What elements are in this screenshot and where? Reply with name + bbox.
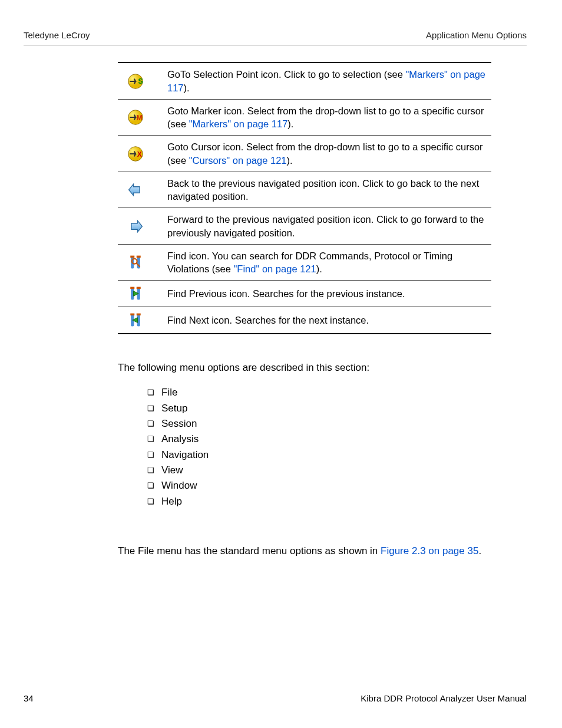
figure-link[interactable]: Figure 2.3 on page 35 — [381, 545, 478, 556]
goto-selection-icon: S — [118, 73, 153, 90]
menu-item: View — [147, 463, 527, 478]
table-row: Back to the previous navigated position … — [118, 172, 491, 209]
table-row: Find Next icon. Searches for the next in… — [118, 307, 491, 333]
svg-text:M: M — [137, 114, 143, 122]
desc-pre: Forward to the previous navigated positi… — [167, 214, 484, 238]
goto-cursor-icon: X — [118, 146, 153, 162]
icon-description: Forward to the previous navigated positi… — [167, 213, 491, 239]
menu-item: Setup — [147, 401, 527, 416]
header-right: Application Menu Options — [426, 29, 527, 41]
cross-reference-link[interactable]: "Find" on page 121 — [234, 263, 316, 274]
icon-description: Goto Cursor icon. Select from the drop-d… — [167, 140, 491, 167]
icon-description: Goto Marker icon. Select from the drop-d… — [167, 104, 491, 131]
file-menu-paragraph: The File menu has the standard menu opti… — [118, 545, 527, 558]
desc-pre: Back to the previous navigated position … — [167, 178, 479, 202]
file-para-pre: The File menu has the standard menu opti… — [118, 545, 381, 556]
menu-item: Analysis — [147, 431, 527, 447]
menu-item: Navigation — [147, 447, 527, 463]
header-left: Teledyne LeCroy — [24, 29, 90, 41]
nav-forward-icon — [118, 218, 153, 235]
svg-rect-19 — [137, 314, 141, 316]
icon-description: Find icon. You can search for DDR Comman… — [167, 249, 491, 276]
desc-post: ). — [287, 155, 293, 166]
svg-text:S: S — [138, 77, 143, 85]
menu-item: Window — [147, 478, 527, 493]
table-row: SGoTo Selection Point icon. Click to go … — [118, 63, 491, 100]
goto-marker-icon: M — [118, 109, 153, 126]
icon-description: Find Next icon. Searches for the next in… — [167, 314, 491, 327]
desc-post: ). — [184, 83, 190, 93]
svg-text:X: X — [137, 150, 143, 159]
file-para-post: . — [478, 545, 481, 556]
icon-description: Back to the previous navigated position … — [167, 177, 491, 203]
table-row: Find icon. You can search for DDR Comman… — [118, 245, 491, 281]
desc-pre: Find Previous icon. Searches for the pre… — [167, 288, 405, 299]
icon-description-table: SGoTo Selection Point icon. Click to go … — [118, 62, 491, 334]
desc-post: ). — [316, 263, 322, 274]
svg-rect-18 — [130, 314, 134, 316]
icon-description: GoTo Selection Point icon. Click to go t… — [167, 68, 491, 94]
menu-intro: The following menu options are described… — [118, 361, 527, 375]
table-row: Find Previous icon. Searches for the pre… — [118, 281, 491, 307]
svg-rect-8 — [130, 256, 134, 258]
menu-item: Session — [147, 416, 527, 431]
find-prev-icon — [118, 285, 153, 302]
cross-reference-link[interactable]: "Cursors" on page 121 — [189, 155, 287, 166]
table-row: MGoto Marker icon. Select from the drop-… — [118, 100, 491, 136]
desc-pre: GoTo Selection Point icon. Click to go t… — [167, 69, 405, 80]
menu-options-list: FileSetupSessionAnalysisNavigationViewWi… — [147, 385, 527, 509]
svg-rect-9 — [137, 256, 141, 258]
page-header: Teledyne LeCroy Application Menu Options — [24, 29, 527, 45]
find-next-icon — [118, 312, 153, 328]
find-icon — [118, 254, 153, 271]
nav-back-icon — [118, 182, 153, 198]
svg-rect-15 — [137, 287, 141, 289]
cross-reference-link[interactable]: "Markers" on page 117 — [189, 118, 288, 129]
desc-post: ). — [287, 118, 293, 129]
table-row: XGoto Cursor icon. Select from the drop-… — [118, 136, 491, 172]
menu-item: Help — [147, 494, 527, 509]
menu-item: File — [147, 385, 527, 400]
icon-description: Find Previous icon. Searches for the pre… — [167, 287, 491, 300]
table-row: Forward to the previous navigated positi… — [118, 208, 491, 245]
svg-rect-14 — [130, 287, 134, 289]
desc-pre: Find Next icon. Searches for the next in… — [167, 315, 369, 325]
